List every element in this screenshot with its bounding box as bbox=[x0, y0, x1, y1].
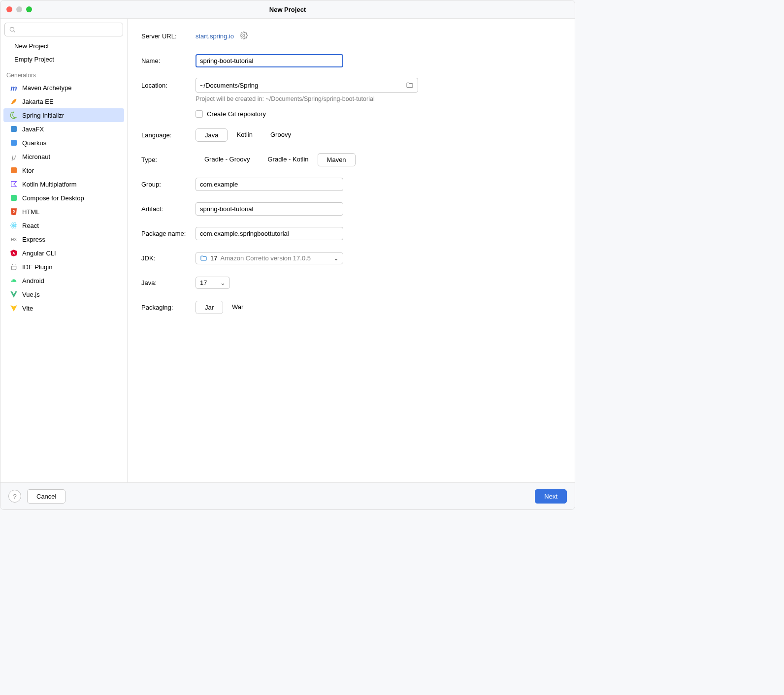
type-segmented: Gradle - GroovyGradle - KotlinMaven bbox=[196, 153, 356, 166]
micronaut-icon: μ bbox=[9, 152, 18, 161]
titlebar: New Project bbox=[0, 0, 575, 18]
generator-item[interactable]: Ktor bbox=[3, 163, 124, 177]
vite-icon bbox=[9, 304, 18, 313]
generator-label: Kotlin Multiplatform bbox=[22, 181, 77, 188]
search-input[interactable] bbox=[4, 23, 123, 36]
generator-item[interactable]: React bbox=[3, 219, 124, 232]
minimize-window-icon[interactable] bbox=[16, 6, 22, 12]
help-button[interactable]: ? bbox=[8, 490, 21, 503]
compose-icon bbox=[9, 193, 18, 202]
artifact-label: Artifact: bbox=[141, 205, 196, 213]
svg-point-13 bbox=[15, 281, 15, 281]
window-title: New Project bbox=[269, 6, 306, 13]
generator-item[interactable]: Spring Initializr bbox=[3, 108, 124, 122]
jdk-label: JDK: bbox=[141, 254, 196, 262]
generator-label: Express bbox=[22, 236, 45, 243]
folder-small-icon bbox=[200, 254, 207, 262]
java-label: Java: bbox=[141, 279, 196, 286]
svg-point-0 bbox=[10, 27, 14, 31]
segment-option[interactable]: Maven bbox=[318, 153, 356, 166]
ktor-icon bbox=[9, 166, 18, 175]
generator-label: Quarkus bbox=[22, 139, 46, 147]
segment-option[interactable]: Kotlin bbox=[228, 128, 261, 142]
search-icon bbox=[9, 26, 16, 33]
generator-label: Jakarta EE bbox=[22, 98, 54, 105]
generator-item[interactable]: 5HTML bbox=[3, 205, 124, 219]
generator-label: Maven Archetype bbox=[22, 84, 71, 92]
generator-label: Android bbox=[22, 277, 44, 284]
svg-text:5: 5 bbox=[13, 210, 15, 213]
svg-line-1 bbox=[14, 31, 15, 32]
jakarta-icon bbox=[9, 97, 18, 106]
gear-icon[interactable] bbox=[240, 32, 248, 41]
generator-item[interactable]: exExpress bbox=[3, 232, 124, 246]
generator-item[interactable]: μMicronaut bbox=[3, 150, 124, 163]
generator-item[interactable]: mMaven Archetype bbox=[3, 81, 124, 95]
javafx-icon bbox=[9, 125, 18, 133]
angular-icon: A bbox=[9, 249, 18, 257]
generator-item[interactable]: Android bbox=[3, 274, 124, 287]
sidebar-item[interactable]: New Project bbox=[0, 39, 127, 53]
server-url-link[interactable]: start.spring.io bbox=[196, 32, 234, 40]
svg-point-14 bbox=[243, 34, 245, 36]
java-dropdown[interactable]: 17 ⌄ bbox=[196, 277, 230, 289]
generator-label: IDE Plugin bbox=[22, 263, 52, 271]
package-field[interactable] bbox=[196, 227, 343, 240]
jdk-desc: Amazon Corretto version 17.0.5 bbox=[220, 254, 311, 262]
svg-point-7 bbox=[13, 225, 15, 226]
group-label: Group: bbox=[141, 181, 196, 188]
next-button[interactable]: Next bbox=[535, 489, 567, 504]
segment-option[interactable]: Groovy bbox=[261, 128, 300, 142]
name-label: Name: bbox=[141, 57, 196, 64]
chevron-down-icon: ⌄ bbox=[220, 279, 226, 286]
kotlin-icon bbox=[9, 180, 18, 189]
generator-item[interactable]: AAngular CLI bbox=[3, 246, 124, 260]
generator-label: Compose for Desktop bbox=[22, 194, 84, 202]
language-segmented: JavaKotlinGroovy bbox=[196, 128, 300, 142]
segment-option[interactable]: Gradle - Kotlin bbox=[259, 153, 317, 166]
segment-option[interactable]: War bbox=[223, 301, 252, 314]
segment-option[interactable]: Gradle - Groovy bbox=[196, 153, 259, 166]
git-checkbox[interactable] bbox=[196, 110, 203, 118]
footer: ? Cancel Next bbox=[0, 483, 575, 509]
folder-icon[interactable] bbox=[406, 81, 414, 89]
jdk-dropdown[interactable]: 17 Amazon Corretto version 17.0.5 ⌄ bbox=[196, 252, 343, 264]
close-window-icon[interactable] bbox=[6, 6, 12, 12]
svg-rect-5 bbox=[11, 195, 17, 201]
artifact-field[interactable] bbox=[196, 202, 343, 216]
group-field[interactable] bbox=[196, 178, 343, 191]
generator-item[interactable]: Compose for Desktop bbox=[3, 191, 124, 205]
generator-item[interactable]: IDE Plugin bbox=[3, 260, 124, 274]
svg-rect-2 bbox=[11, 126, 17, 132]
spring-icon bbox=[9, 111, 18, 120]
generator-item[interactable]: Vite bbox=[3, 301, 124, 315]
express-icon: ex bbox=[9, 235, 18, 244]
package-label: Package name: bbox=[141, 230, 196, 237]
generator-label: Vite bbox=[22, 305, 33, 312]
main-area: New ProjectEmpty Project Generators mMav… bbox=[0, 18, 575, 483]
generator-label: Angular CLI bbox=[22, 250, 56, 257]
sidebar-item[interactable]: Empty Project bbox=[0, 53, 127, 66]
location-field[interactable]: ~/Documents/Spring bbox=[196, 78, 418, 93]
packaging-label: Packaging: bbox=[141, 304, 196, 311]
git-checkbox-label: Create Git repository bbox=[207, 110, 266, 118]
maven-icon: m bbox=[9, 83, 18, 92]
segment-option[interactable]: Jar bbox=[196, 301, 223, 314]
generator-item[interactable]: JavaFX bbox=[3, 122, 124, 136]
generator-label: JavaFX bbox=[22, 126, 44, 133]
cancel-button[interactable]: Cancel bbox=[27, 489, 65, 504]
generator-label: Ktor bbox=[22, 167, 34, 174]
window-controls bbox=[6, 6, 32, 12]
name-field[interactable] bbox=[196, 54, 343, 67]
generator-item[interactable]: Vue.js bbox=[3, 287, 124, 301]
generator-item[interactable]: Jakarta EE bbox=[3, 95, 124, 108]
maximize-window-icon[interactable] bbox=[26, 6, 32, 12]
language-label: Language: bbox=[141, 131, 196, 139]
generator-label: Spring Initializr bbox=[22, 112, 64, 119]
generator-item[interactable]: Kotlin Multiplatform bbox=[3, 177, 124, 191]
generators-section-label: Generators bbox=[0, 66, 127, 81]
segment-option[interactable]: Java bbox=[196, 128, 228, 142]
html-icon: 5 bbox=[9, 207, 18, 216]
location-value: ~/Documents/Spring bbox=[200, 82, 406, 89]
generator-item[interactable]: Quarkus bbox=[3, 136, 124, 150]
